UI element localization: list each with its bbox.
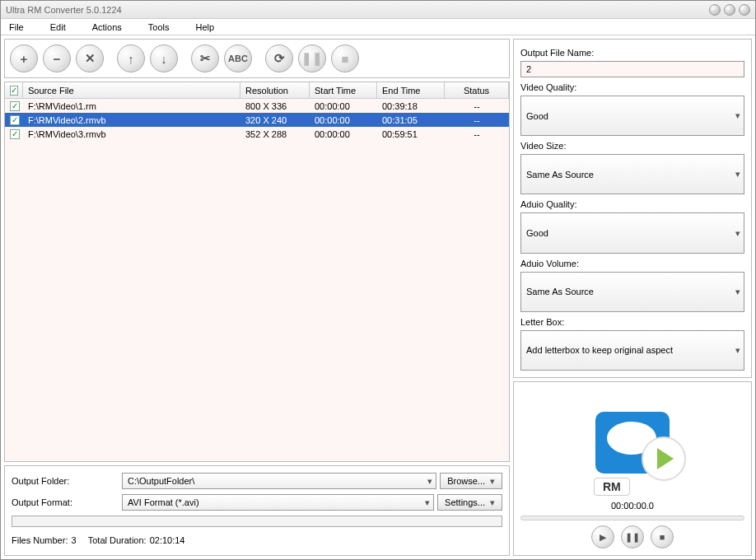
move-down-button[interactable]: ↓ <box>150 44 178 72</box>
cell-status: -- <box>445 129 509 139</box>
toolbar: + − ✕ ↑ ↓ ✂ ABC ⟳ <box>4 39 510 78</box>
menu-file[interactable]: File <box>9 22 24 32</box>
audio-quality-label: Aduio Quality: <box>520 199 744 209</box>
files-number-label: Files Number: <box>12 535 68 545</box>
menu-tools[interactable]: Tools <box>148 22 170 32</box>
cell-resolution: 320 X 240 <box>240 115 310 125</box>
cell-end: 00:31:05 <box>377 115 445 125</box>
rm-tag: RM <box>594 478 630 496</box>
table-row[interactable]: ✓F:\RMVideo\1.rm800 X 33600:00:0000:39:1… <box>5 99 509 113</box>
scissors-icon: ✂ <box>200 51 211 66</box>
move-up-button[interactable]: ↑ <box>117 44 145 72</box>
settings-form: Output File Name: 2 Video Quality: Good … <box>513 39 752 378</box>
letter-box-select[interactable]: Add letterbox to keep original aspect <box>520 330 744 371</box>
convert-button[interactable]: ⟳ <box>265 44 293 72</box>
cell-source: F:\RMVideo\3.rmvb <box>23 129 240 139</box>
cell-status: -- <box>445 115 509 125</box>
menu-edit[interactable]: Edit <box>50 22 66 32</box>
cell-end: 00:39:18 <box>377 101 445 111</box>
cut-button[interactable]: ✂ <box>191 44 219 72</box>
maximize-button[interactable] <box>724 4 735 16</box>
cell-end: 00:59:51 <box>377 129 445 139</box>
output-format-select[interactable]: AVI Format (*.avi) <box>122 494 434 511</box>
preview-slider[interactable] <box>520 516 744 520</box>
cell-resolution: 800 X 336 <box>240 101 310 111</box>
total-duration-label: Total Duration: <box>88 535 147 545</box>
cell-source: F:\RMVideo\2.rmvb <box>23 115 240 125</box>
video-quality-select[interactable]: Good <box>520 96 744 136</box>
header-start[interactable]: Start Time <box>310 82 377 98</box>
audio-volume-label: Aduio Volume: <box>520 259 744 268</box>
titlebar: Ultra RM Converter 5.0.1224 <box>1 1 755 19</box>
audio-quality-select[interactable]: Good <box>520 212 744 253</box>
cell-start: 00:00:00 <box>310 129 377 139</box>
files-number-value: 3 <box>71 535 76 545</box>
audio-volume-select[interactable]: Same As Source <box>520 272 744 312</box>
file-list: ✓ Source File Resolution Start Time End … <box>4 82 510 462</box>
preview-panel: RM 00:00:00.0 ▶ ❚❚ ■ <box>513 381 752 556</box>
cell-start: 00:00:00 <box>310 101 377 111</box>
preview-image: RM <box>571 389 694 496</box>
minimize-button[interactable] <box>709 4 721 16</box>
cell-resolution: 352 X 288 <box>240 129 310 139</box>
video-size-select[interactable]: Same As Source <box>520 154 744 194</box>
row-checkbox[interactable]: ✓ <box>5 114 23 125</box>
row-checkbox[interactable]: ✓ <box>5 128 23 139</box>
progress-bar <box>12 516 502 527</box>
cell-status: -- <box>445 101 509 111</box>
menu-actions[interactable]: Actions <box>92 22 122 32</box>
status-bar: Files Number:3 Total Duration:02:10:14 <box>12 532 502 548</box>
close-button[interactable] <box>739 4 750 16</box>
stop-button[interactable]: ■ <box>331 44 359 72</box>
menu-help[interactable]: Help <box>195 22 214 32</box>
video-size-label: Video Size: <box>520 141 744 151</box>
preview-stop-button[interactable]: ■ <box>651 525 674 548</box>
table-row[interactable]: ✓F:\RMVideo\2.rmvb320 X 24000:00:0000:31… <box>5 113 509 127</box>
cell-source: F:\RMVideo\1.rm <box>23 101 240 111</box>
browse-button[interactable]: Browse... <box>440 473 502 489</box>
preview-pause-button[interactable]: ❚❚ <box>621 525 644 548</box>
output-folder-select[interactable]: C:\OutputFolder\ <box>122 473 436 489</box>
video-quality-label: Video Quality: <box>520 82 744 92</box>
refresh-icon: ⟳ <box>274 51 285 66</box>
header-source[interactable]: Source File <box>23 82 240 98</box>
letter-box-label: Letter Box: <box>520 317 744 327</box>
output-name-label: Output File Name: <box>520 48 744 58</box>
output-format-label: Output Format: <box>12 497 119 507</box>
cell-start: 00:00:00 <box>310 115 377 125</box>
preview-play-button[interactable]: ▶ <box>591 525 614 548</box>
menubar: File Edit Actions Tools Help <box>1 19 755 35</box>
window-title: Ultra RM Converter 5.0.1224 <box>6 5 706 15</box>
settings-button[interactable]: Settings... <box>437 494 502 511</box>
row-checkbox[interactable]: ✓ <box>5 100 23 111</box>
total-duration-value: 02:10:14 <box>150 535 185 545</box>
header-status[interactable]: Status <box>445 82 509 98</box>
rename-button[interactable]: ABC <box>224 44 252 72</box>
list-header: ✓ Source File Resolution Start Time End … <box>5 82 509 99</box>
output-folder-label: Output Folder: <box>12 476 119 486</box>
output-panel: Output Folder: C:\OutputFolder\ Browse..… <box>4 465 510 556</box>
add-button[interactable]: + <box>10 44 38 72</box>
remove-button[interactable]: − <box>43 44 71 72</box>
preview-time: 00:00:00.0 <box>611 501 654 511</box>
play-icon <box>642 436 686 481</box>
header-resolution[interactable]: Resolution <box>240 82 310 98</box>
table-row[interactable]: ✓F:\RMVideo\3.rmvb352 X 28800:00:0000:59… <box>5 127 509 141</box>
output-name-input[interactable]: 2 <box>520 61 744 77</box>
header-end[interactable]: End Time <box>377 82 445 98</box>
pause-button[interactable]: ❚❚ <box>298 44 326 72</box>
header-checkbox[interactable]: ✓ <box>5 82 23 98</box>
clear-button[interactable]: ✕ <box>76 44 104 72</box>
